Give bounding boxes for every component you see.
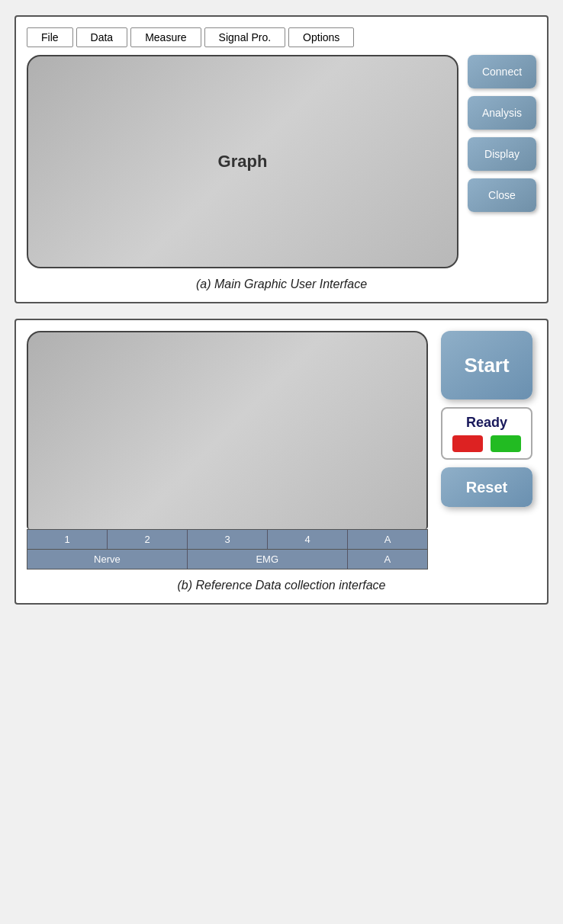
display-button[interactable]: Display: [468, 137, 536, 171]
menu-file[interactable]: File: [27, 27, 73, 47]
menu-data[interactable]: Data: [76, 27, 128, 47]
panel-b-right: Start Ready Reset: [437, 331, 536, 507]
indicator-red: [452, 435, 483, 452]
menu-options[interactable]: Options: [288, 27, 354, 47]
panel-a: File Data Measure Signal Pro. Options Gr…: [14, 15, 549, 303]
panel-a-body: Graph Connect Analysis Display Close: [27, 55, 536, 268]
analysis-button[interactable]: Analysis: [468, 96, 536, 130]
channel-a[interactable]: A: [348, 530, 427, 549]
ready-label: Ready: [450, 415, 523, 431]
group-emg[interactable]: EMG: [188, 550, 348, 569]
channel-tabs-row2: Nerve EMG A: [27, 550, 428, 569]
channel-tabs-row1: 1 2 3 4 A: [27, 529, 428, 550]
channel-3[interactable]: 3: [188, 530, 268, 549]
menu-bar: File Data Measure Signal Pro. Options: [27, 27, 536, 47]
menu-signal-pro[interactable]: Signal Pro.: [204, 27, 285, 47]
channel-1[interactable]: 1: [27, 530, 108, 549]
panel-b-caption: (b) Reference Data collection interface: [27, 579, 536, 592]
channel-4[interactable]: 4: [268, 530, 348, 549]
panel-a-caption: (a) Main Graphic User Interface: [27, 278, 536, 291]
channel-2[interactable]: 2: [108, 530, 188, 549]
panel-b: 1 2 3 4 A Nerve EMG A Start Ready Re: [14, 319, 549, 605]
panel-b-left: 1 2 3 4 A Nerve EMG A: [27, 331, 428, 569]
ready-box: Ready: [441, 407, 532, 460]
graph-display-b: [27, 331, 428, 529]
group-nerve[interactable]: Nerve: [27, 550, 188, 569]
group-a[interactable]: A: [348, 550, 427, 569]
indicator-green: [491, 435, 521, 452]
graph-display: Graph: [27, 55, 458, 268]
indicator-row: [450, 435, 523, 452]
menu-measure[interactable]: Measure: [130, 27, 201, 47]
close-button[interactable]: Close: [468, 178, 536, 212]
reset-button[interactable]: Reset: [441, 467, 532, 507]
graph-label: Graph: [218, 152, 268, 172]
start-button[interactable]: Start: [441, 331, 532, 399]
side-buttons: Connect Analysis Display Close: [468, 55, 536, 212]
connect-button[interactable]: Connect: [468, 55, 536, 88]
panel-b-body: 1 2 3 4 A Nerve EMG A Start Ready Re: [27, 331, 536, 569]
